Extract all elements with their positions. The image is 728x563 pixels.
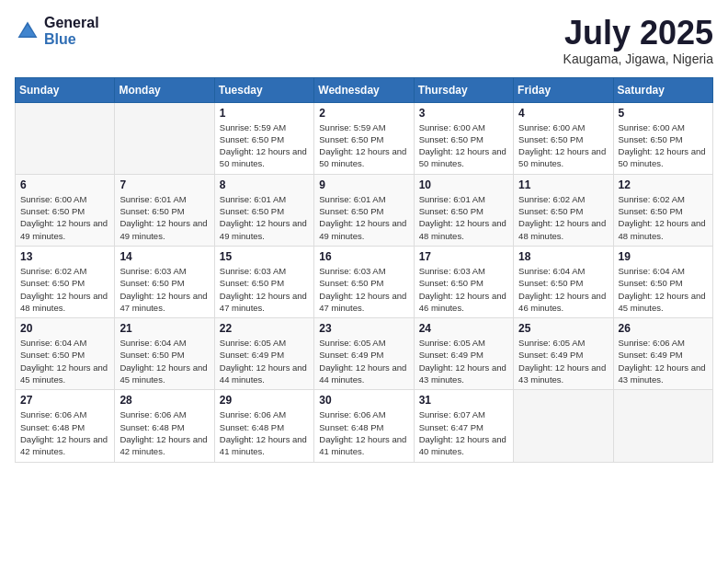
weekday-header-sunday: Sunday (16, 77, 115, 102)
calendar-cell: 24Sunrise: 6:05 AM Sunset: 6:49 PM Dayli… (414, 318, 513, 390)
day-info: Sunrise: 6:02 AM Sunset: 6:50 PM Dayligh… (20, 265, 109, 314)
weekday-header-thursday: Thursday (414, 77, 513, 102)
weekday-header-monday: Monday (115, 77, 214, 102)
calendar-cell: 14Sunrise: 6:03 AM Sunset: 6:50 PM Dayli… (115, 246, 214, 317)
calendar-cell: 18Sunrise: 6:04 AM Sunset: 6:50 PM Dayli… (514, 246, 613, 317)
calendar-cell: 19Sunrise: 6:04 AM Sunset: 6:50 PM Dayli… (613, 246, 712, 317)
calendar-week-3: 13Sunrise: 6:02 AM Sunset: 6:50 PM Dayli… (16, 246, 713, 317)
day-number: 8 (220, 178, 309, 191)
day-number: 5 (619, 107, 708, 120)
day-number: 19 (619, 250, 708, 263)
calendar-cell: 8Sunrise: 6:01 AM Sunset: 6:50 PM Daylig… (214, 174, 313, 246)
calendar-cell: 26Sunrise: 6:06 AM Sunset: 6:49 PM Dayli… (613, 318, 712, 390)
weekday-header-wednesday: Wednesday (314, 77, 414, 102)
day-info: Sunrise: 6:05 AM Sunset: 6:49 PM Dayligh… (419, 337, 508, 385)
calendar-cell: 29Sunrise: 6:06 AM Sunset: 6:48 PM Dayli… (214, 390, 313, 462)
calendar-week-4: 20Sunrise: 6:04 AM Sunset: 6:50 PM Dayli… (16, 318, 713, 390)
day-number: 21 (119, 322, 209, 335)
calendar-cell: 28Sunrise: 6:06 AM Sunset: 6:48 PM Dayli… (115, 390, 214, 462)
calendar-table: SundayMondayTuesdayWednesdayThursdayFrid… (15, 77, 713, 463)
day-number: 17 (419, 250, 508, 263)
day-info: Sunrise: 6:03 AM Sunset: 6:50 PM Dayligh… (419, 265, 508, 314)
page-header: General Blue July 2025 Kaugama, Jigawa, … (15, 15, 713, 66)
day-number: 13 (20, 250, 109, 263)
calendar-cell: 2Sunrise: 5:59 AM Sunset: 6:50 PM Daylig… (314, 102, 414, 174)
logo-icon (15, 18, 40, 44)
calendar-cell: 25Sunrise: 6:05 AM Sunset: 6:49 PM Dayli… (514, 318, 613, 390)
calendar-cell: 20Sunrise: 6:04 AM Sunset: 6:50 PM Dayli… (16, 318, 115, 390)
location-subtitle: Kaugama, Jigawa, Nigeria (563, 52, 713, 66)
day-info: Sunrise: 6:06 AM Sunset: 6:49 PM Dayligh… (619, 337, 708, 385)
day-info: Sunrise: 6:02 AM Sunset: 6:50 PM Dayligh… (518, 193, 608, 242)
day-number: 6 (20, 178, 109, 191)
day-number: 27 (20, 394, 109, 407)
calendar-cell: 22Sunrise: 6:05 AM Sunset: 6:49 PM Dayli… (214, 318, 313, 390)
day-info: Sunrise: 6:04 AM Sunset: 6:50 PM Dayligh… (20, 337, 109, 385)
calendar-cell: 4Sunrise: 6:00 AM Sunset: 6:50 PM Daylig… (514, 102, 613, 174)
day-number: 3 (419, 107, 508, 120)
calendar-cell: 31Sunrise: 6:07 AM Sunset: 6:47 PM Dayli… (414, 390, 513, 462)
calendar-cell: 10Sunrise: 6:01 AM Sunset: 6:50 PM Dayli… (414, 174, 513, 246)
month-title: July 2025 (563, 15, 713, 52)
calendar-cell: 16Sunrise: 6:03 AM Sunset: 6:50 PM Dayli… (314, 246, 414, 317)
day-info: Sunrise: 6:03 AM Sunset: 6:50 PM Dayligh… (319, 265, 408, 314)
calendar-cell: 1Sunrise: 5:59 AM Sunset: 6:50 PM Daylig… (214, 102, 313, 174)
day-info: Sunrise: 6:04 AM Sunset: 6:50 PM Dayligh… (619, 265, 708, 314)
day-number: 26 (619, 322, 708, 335)
day-info: Sunrise: 6:00 AM Sunset: 6:50 PM Dayligh… (518, 121, 608, 170)
day-info: Sunrise: 6:00 AM Sunset: 6:50 PM Dayligh… (20, 193, 109, 242)
calendar-cell: 17Sunrise: 6:03 AM Sunset: 6:50 PM Dayli… (414, 246, 513, 317)
calendar-week-2: 6Sunrise: 6:00 AM Sunset: 6:50 PM Daylig… (16, 174, 713, 246)
day-info: Sunrise: 6:04 AM Sunset: 6:50 PM Dayligh… (518, 265, 608, 314)
day-number: 15 (220, 250, 309, 263)
day-number: 2 (319, 107, 408, 120)
day-number: 31 (419, 394, 508, 407)
day-info: Sunrise: 6:06 AM Sunset: 6:48 PM Dayligh… (119, 408, 209, 457)
weekday-header-friday: Friday (514, 77, 613, 102)
calendar-week-1: 1Sunrise: 5:59 AM Sunset: 6:50 PM Daylig… (16, 102, 713, 174)
day-number: 11 (518, 178, 608, 191)
calendar-cell (613, 390, 712, 462)
day-info: Sunrise: 6:01 AM Sunset: 6:50 PM Dayligh… (220, 193, 309, 242)
day-number: 24 (419, 322, 508, 335)
day-number: 14 (119, 250, 209, 263)
day-info: Sunrise: 6:00 AM Sunset: 6:50 PM Dayligh… (419, 121, 508, 170)
calendar-cell: 30Sunrise: 6:06 AM Sunset: 6:48 PM Dayli… (314, 390, 414, 462)
day-info: Sunrise: 6:02 AM Sunset: 6:50 PM Dayligh… (619, 193, 708, 242)
calendar-week-5: 27Sunrise: 6:06 AM Sunset: 6:48 PM Dayli… (16, 390, 713, 462)
calendar-header-row: SundayMondayTuesdayWednesdayThursdayFrid… (16, 77, 713, 102)
day-number: 12 (619, 178, 708, 191)
calendar-cell: 15Sunrise: 6:03 AM Sunset: 6:50 PM Dayli… (214, 246, 313, 317)
day-number: 22 (220, 322, 309, 335)
day-info: Sunrise: 6:03 AM Sunset: 6:50 PM Dayligh… (119, 265, 209, 314)
logo: General Blue (15, 15, 99, 48)
calendar-cell (514, 390, 613, 462)
day-info: Sunrise: 6:06 AM Sunset: 6:48 PM Dayligh… (220, 408, 309, 457)
calendar-cell (115, 102, 214, 174)
day-info: Sunrise: 6:01 AM Sunset: 6:50 PM Dayligh… (419, 193, 508, 242)
day-number: 20 (20, 322, 109, 335)
day-info: Sunrise: 6:07 AM Sunset: 6:47 PM Dayligh… (419, 408, 508, 457)
day-number: 16 (319, 250, 408, 263)
calendar-cell: 21Sunrise: 6:04 AM Sunset: 6:50 PM Dayli… (115, 318, 214, 390)
day-info: Sunrise: 6:03 AM Sunset: 6:50 PM Dayligh… (220, 265, 309, 314)
calendar-cell (16, 102, 115, 174)
day-number: 29 (220, 394, 309, 407)
day-info: Sunrise: 5:59 AM Sunset: 6:50 PM Dayligh… (220, 121, 309, 170)
calendar-cell: 6Sunrise: 6:00 AM Sunset: 6:50 PM Daylig… (16, 174, 115, 246)
day-info: Sunrise: 6:05 AM Sunset: 6:49 PM Dayligh… (518, 337, 608, 385)
day-number: 10 (419, 178, 508, 191)
logo-text: General Blue (44, 15, 99, 48)
calendar-cell: 3Sunrise: 6:00 AM Sunset: 6:50 PM Daylig… (414, 102, 513, 174)
day-info: Sunrise: 6:00 AM Sunset: 6:50 PM Dayligh… (619, 121, 708, 170)
calendar-cell: 7Sunrise: 6:01 AM Sunset: 6:50 PM Daylig… (115, 174, 214, 246)
day-number: 25 (518, 322, 608, 335)
calendar-cell: 5Sunrise: 6:00 AM Sunset: 6:50 PM Daylig… (613, 102, 712, 174)
calendar-cell: 23Sunrise: 6:05 AM Sunset: 6:49 PM Dayli… (314, 318, 414, 390)
calendar-cell: 13Sunrise: 6:02 AM Sunset: 6:50 PM Dayli… (16, 246, 115, 317)
day-number: 30 (319, 394, 408, 407)
weekday-header-tuesday: Tuesday (214, 77, 313, 102)
day-info: Sunrise: 6:01 AM Sunset: 6:50 PM Dayligh… (119, 193, 209, 242)
day-number: 7 (119, 178, 209, 191)
calendar-cell: 27Sunrise: 6:06 AM Sunset: 6:48 PM Dayli… (16, 390, 115, 462)
